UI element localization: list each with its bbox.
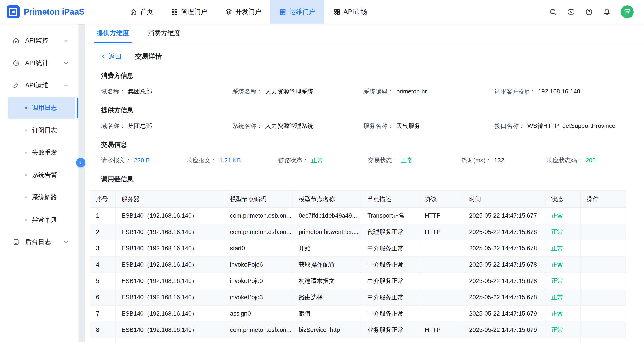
status-cell: 正常: [545, 224, 581, 240]
actions-cell: [581, 224, 626, 240]
log-document-icon: [12, 238, 20, 246]
sidebar-item-system-link[interactable]: 系统链路: [8, 186, 75, 208]
cell: Transport正常: [362, 208, 419, 224]
sidebar-item-label: API统计: [25, 58, 48, 68]
cell: ESB140（192.168.16.140）: [116, 289, 224, 306]
brand-logo-icon: [7, 5, 20, 18]
column-header: 状态: [545, 190, 581, 208]
monitor-icon: [12, 37, 20, 44]
nav-label: API市场: [344, 8, 367, 16]
cell: 2025-05-22 14:47:15.678: [463, 224, 545, 240]
cell: 5: [90, 273, 116, 289]
cell: 2025-05-22 14:47:15.679: [463, 306, 545, 322]
table-row: 3ESB140（192.168.16.140）start0开始中介服务正常202…: [90, 240, 626, 256]
sidebar-item-call-logs[interactable]: 调用日志: [8, 97, 75, 119]
nav-home[interactable]: 首页: [121, 0, 162, 24]
consumer-domain-field: 域名称：集团总部: [101, 88, 232, 96]
cell: com.primeton.esb.on...: [224, 338, 293, 342]
nav-dev-portal[interactable]: 开发门户: [216, 0, 270, 24]
cell: 中介服务正常: [362, 306, 419, 322]
cell: 构建请求报文: [293, 273, 362, 289]
response-message-link[interactable]: 1.21 KB: [220, 157, 241, 164]
provider-system-name-field: 系统名称：人力资源管理系统: [232, 122, 363, 130]
cell: 2025-05-22 14:47:15.678: [463, 289, 545, 306]
status-badge: 正常: [311, 157, 323, 164]
bullet-dot: [25, 107, 27, 109]
column-header: 模型节点编码: [224, 190, 293, 208]
top-navigation: 首页 管理门户 开发门户 运维门户 API市场: [121, 0, 376, 24]
cell: com.primeton.esb.on...: [224, 208, 293, 224]
request-message-link[interactable]: 220 B: [134, 157, 150, 164]
dimension-tabs: 提供方维度 消费方维度: [85, 24, 644, 44]
cell: primeton.hr.weather....: [293, 224, 362, 240]
back-label: 返回: [109, 52, 121, 61]
help-icon[interactable]: [585, 8, 593, 16]
cell: invokePojo0: [224, 273, 293, 289]
sidebar-subitem-label: 系统告警: [32, 171, 57, 179]
section-title-transaction: 交易信息: [101, 140, 626, 149]
table-row: 7ESB140（192.168.16.140）assign0赋值中介服务正常20…: [90, 306, 626, 322]
table-row: 5ESB140（192.168.16.140）invokePojo0构建请求报文…: [90, 273, 626, 289]
cell: 中介服务正常: [362, 289, 419, 306]
ops-portal-icon: [279, 8, 286, 16]
cell: 中介服务正常: [362, 240, 419, 256]
admin-portal-icon: [171, 8, 178, 16]
transaction-fields: 请求报文：220 B 响应报文：1.21 KB 链路状态：正常 交易状态：正常 …: [101, 156, 626, 164]
back-button[interactable]: 返回: [101, 52, 121, 61]
sidebar-subitem-label: 调用日志: [32, 104, 57, 112]
cell: 中介服务正常: [362, 273, 419, 289]
column-header: 服务器: [116, 190, 224, 208]
sidebar: API监控 API统计 API运维 调用日志: [0, 24, 78, 342]
table-row: 9ESB140（192.168.16.140）com.primeton.esb.…: [90, 338, 626, 342]
table-header-row: 序号 服务器 模型节点编码 模型节点名称 节点描述 协议 时间 状态 操作: [90, 190, 626, 208]
sidebar-item-api-monitor[interactable]: API监控: [0, 30, 78, 52]
chevron-up-icon: [63, 82, 69, 88]
notification-bell-icon[interactable]: [603, 8, 611, 16]
bullet-dot: [25, 196, 27, 198]
status-cell: 正常: [545, 273, 581, 289]
cell: 1: [90, 208, 116, 224]
sidebar-item-failed-resend[interactable]: 失败重发: [8, 141, 75, 164]
chevron-left-icon: [101, 54, 106, 59]
cell: 中介服务正常: [362, 256, 419, 273]
cell: com.primeton.esb.on...: [224, 322, 293, 338]
sidebar-item-api-stats[interactable]: API统计: [0, 52, 78, 74]
chevron-down-icon: [63, 239, 69, 245]
column-header: 操作: [581, 190, 626, 208]
cell: 2025-05-22 14:47:15.678: [463, 273, 545, 289]
sidebar-item-subscribe-logs[interactable]: 订阅日志: [8, 119, 75, 141]
response-code-field: 响应状态码：200: [547, 156, 626, 164]
actions-cell: [581, 273, 626, 289]
ai-assistant-icon[interactable]: AI: [567, 8, 575, 16]
provider-fields: 域名称：集团总部 系统名称：人力资源管理系统 服务名称：天气服务 接口名称：WS…: [101, 122, 626, 130]
cell: endpoint_http: [293, 338, 362, 342]
search-icon[interactable]: [549, 8, 557, 16]
cell: 业务服务正常: [362, 322, 419, 338]
table-row: 2ESB140（192.168.16.140）com.primeton.esb.…: [90, 224, 626, 240]
actions-cell: [581, 338, 626, 342]
chevron-down-icon: [63, 38, 69, 44]
tab-consumer-dimension[interactable]: 消费方维度: [147, 24, 181, 43]
table-row: 6ESB140（192.168.16.140）invokePojo3路由选择中介…: [90, 289, 626, 306]
sidebar-item-api-ops[interactable]: API运维: [0, 74, 78, 97]
bullet-dot: [25, 174, 27, 176]
nav-admin-portal[interactable]: 管理门户: [162, 0, 216, 24]
sidebar-item-exception-dict[interactable]: 异常字典: [8, 208, 75, 231]
cell: 3: [90, 240, 116, 256]
elapsed-ms-field: 耗时(ms)：132: [461, 156, 547, 164]
cell: [419, 273, 463, 289]
sidebar-item-backend-logs[interactable]: 后台日志: [0, 231, 78, 253]
cell: ESB140（192.168.16.140）: [116, 306, 224, 322]
nav-ops-portal[interactable]: 运维门户: [270, 0, 324, 24]
pie-chart-icon: [12, 60, 20, 67]
nav-api-market[interactable]: API市场: [324, 0, 376, 24]
sidebar-collapse-toggle[interactable]: [76, 158, 86, 167]
cell: 2025-05-22 14:47:15.679: [463, 338, 545, 342]
bullet-dot: [25, 219, 27, 221]
tab-provider-dimension[interactable]: 提供方维度: [96, 24, 130, 43]
cell: HTTP: [419, 224, 463, 240]
user-avatar[interactable]: 管: [621, 5, 634, 18]
cell: endPoint调用源...: [362, 338, 419, 342]
cell: 开始: [293, 240, 362, 256]
sidebar-item-system-alert[interactable]: 系统告警: [8, 164, 75, 186]
